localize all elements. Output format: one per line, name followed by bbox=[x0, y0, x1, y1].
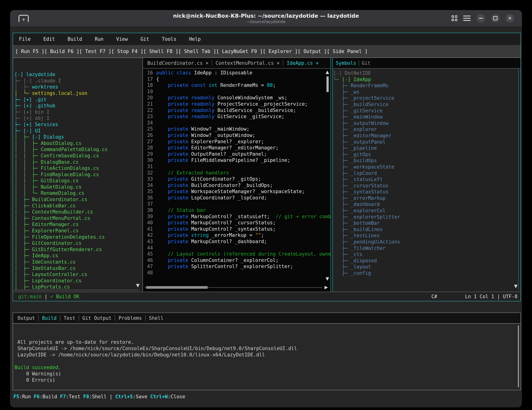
tree-row[interactable]: │ │ ├─ AboutDialog.cs bbox=[15, 140, 142, 147]
code-line[interactable]: 35 private WorkspaceStateManager? _works… bbox=[143, 189, 331, 195]
symbol-row[interactable]: ├─ _cts bbox=[333, 251, 521, 258]
symbol-row[interactable]: ├─ _explorerSplitter bbox=[333, 214, 521, 220]
tree-row[interactable]: ├─ [+] obj I bbox=[15, 115, 142, 122]
toolbar-explorer[interactable]: [ Explorer ] bbox=[263, 48, 298, 54]
tree-row[interactable]: │ ├─ worktrees bbox=[15, 84, 142, 90]
tree-row[interactable]: │ ├─ IdeConstants.cs bbox=[15, 259, 142, 265]
code-line[interactable]: 34 private BuildCoordinator? _buildOps; bbox=[143, 182, 331, 189]
tree-row[interactable]: │ │ ├─ GitDialogs.cs bbox=[15, 178, 142, 184]
symbol-row[interactable]: [-] DotNetIDE bbox=[333, 70, 521, 76]
symbol-row[interactable]: ├─ _bottomBar bbox=[333, 220, 521, 226]
tree-row[interactable]: │ ├─ ContextMenuBuilder.cs bbox=[15, 209, 142, 215]
tree-row[interactable]: │ ├─ LspPortals.cs bbox=[15, 284, 142, 290]
output-tab-output[interactable]: Output bbox=[14, 315, 38, 321]
tab-close-icon[interactable]: × bbox=[206, 60, 209, 66]
menu-file[interactable]: File bbox=[19, 36, 31, 42]
code-line[interactable]: 48 bbox=[143, 270, 331, 276]
symbol-row[interactable]: ├─ _pipeline bbox=[333, 145, 521, 152]
code-line[interactable]: 28 private EditorManager? _editorManager… bbox=[143, 145, 331, 151]
tree-row[interactable]: │ ├─ [-] Dialogs bbox=[15, 134, 142, 140]
editor-scroll-right-icon[interactable]: ▶ bbox=[325, 285, 328, 289]
toolbar-build-f6[interactable]: [ Build F6 ] bbox=[45, 48, 79, 54]
tree-row[interactable]: │ ├─ LayoutController.cs bbox=[15, 271, 142, 278]
editor-hscrollbar-thumb[interactable] bbox=[146, 286, 208, 289]
symbol-row[interactable]: ├─ _fileWatcher bbox=[333, 245, 521, 251]
output-tab-git-output[interactable]: Git Output bbox=[79, 315, 115, 321]
symbol-row[interactable]: ├─ _workspaceState bbox=[333, 164, 521, 170]
editor-scroll-down-icon[interactable]: ▼ bbox=[326, 277, 329, 281]
symbol-row[interactable]: └─ [-] IdeApp bbox=[333, 76, 521, 83]
code-line[interactable]: 23 private readonly GitService _gitServi… bbox=[143, 114, 331, 120]
code-line[interactable]: 22 private readonly BuildService _buildS… bbox=[143, 107, 331, 114]
tree-row[interactable]: │ ├─ FileOperationDelegates.cs bbox=[15, 234, 142, 240]
menu-build[interactable]: Build bbox=[67, 36, 82, 42]
side-vscrollbar[interactable] bbox=[518, 69, 519, 290]
tree-row[interactable]: │ ├─ GitDiffGutterRenderer.cs bbox=[15, 247, 142, 253]
code-line[interactable]: 43 private MarkupControl? _dashboard; bbox=[143, 238, 331, 245]
symbol-row[interactable]: ├─ _disposed bbox=[333, 258, 521, 264]
symbol-row[interactable]: ├─ _dashboard bbox=[333, 201, 521, 208]
tree-row[interactable]: │ ├─ LspCoordinator.cs bbox=[15, 278, 142, 284]
tree-row[interactable]: │ │ ├─ FileActionDialogs.cs bbox=[15, 165, 142, 172]
tree-row[interactable]: │ │ ├─ FindReplaceDialog.cs bbox=[15, 172, 142, 178]
tree-row[interactable]: │ │ ├─ CommandPaletteDialog.cs bbox=[15, 146, 142, 153]
minimize-button[interactable] bbox=[476, 14, 485, 22]
tree-row[interactable]: │ └─ settings.local.json bbox=[15, 90, 142, 96]
code-line[interactable]: 17{ bbox=[143, 76, 331, 82]
symbol-row[interactable]: ├─ _ws bbox=[333, 89, 521, 95]
code-area[interactable]: 16public class IdeApp : IDisposable17{18… bbox=[143, 69, 331, 292]
toolbar-run-f5[interactable]: [ Run F5 ] bbox=[15, 48, 45, 54]
symbol-row[interactable]: ├─ _explorerCol bbox=[333, 208, 521, 214]
tree-row[interactable]: [-] lazydotide bbox=[15, 71, 142, 78]
tree-row[interactable]: │ ├─ ExplorerPanel.cs bbox=[15, 228, 142, 234]
symbol-row[interactable]: ├─ _layout bbox=[333, 264, 521, 270]
tree-row[interactable]: │ │ ├─ ConfirmSaveDialog.cs bbox=[15, 153, 142, 159]
toolbar-test-f7[interactable]: [ Test F7 ] bbox=[79, 48, 111, 54]
tree-row[interactable]: ├─ [-] UI bbox=[15, 128, 142, 134]
symbol-row[interactable]: ├─ _outputPanel bbox=[333, 139, 521, 145]
code-line[interactable]: 20 private readonly ConsoleWindowSystem … bbox=[143, 95, 331, 101]
tree-row[interactable]: │ │ ├─ NuGetDialog.cs bbox=[15, 184, 142, 190]
code-line[interactable]: 40 private MarkupControl? _cursorStatus; bbox=[143, 220, 331, 226]
code-line[interactable]: 46 private ColumnContainer? _explorerCol… bbox=[143, 257, 331, 264]
tree-row[interactable]: ├─ [-] .claude I bbox=[15, 78, 142, 84]
code-line[interactable]: 31 bbox=[143, 163, 331, 170]
toolbar-stop-f4[interactable]: [ Stop F4 ] bbox=[111, 48, 143, 54]
symbol-row[interactable]: ├─ _pendingUiActions bbox=[333, 239, 521, 245]
code-line[interactable]: 38 // Status bar bbox=[143, 207, 331, 214]
menu-run[interactable]: Run bbox=[95, 36, 104, 42]
code-line[interactable]: 36 private LspCoordinator? _lspCoord; bbox=[143, 195, 331, 201]
symbol-row[interactable]: ├─ _buildOps bbox=[333, 158, 521, 164]
tree-hscrollbar[interactable] bbox=[14, 290, 140, 290]
code-line[interactable]: 19 bbox=[143, 88, 331, 95]
symbol-row[interactable]: ├─ _projectService bbox=[333, 95, 521, 101]
editor-tab-buildcoordinator-cs[interactable]: BuildCoordinator.cs × bbox=[144, 60, 212, 66]
tree-row[interactable]: ├─ [+] .git bbox=[15, 96, 142, 103]
code-line[interactable]: 41 private MarkupControl? _syntaxStatus; bbox=[143, 226, 331, 232]
symbol-row[interactable]: ├─ _mainWindow bbox=[333, 114, 521, 120]
symbol-row[interactable]: ├─ _config bbox=[333, 270, 521, 277]
side-tab-git[interactable]: Git bbox=[359, 60, 373, 66]
toolbar-shell-f8[interactable]: [ Shell F8 ] bbox=[143, 48, 178, 54]
toolbar-lazynuget-f9[interactable]: [ LazyNuGet F9 ] bbox=[216, 48, 263, 54]
toolbar-output[interactable]: [ Output ] bbox=[298, 48, 327, 54]
panel-splitter[interactable] bbox=[331, 58, 333, 292]
symbol-row[interactable]: ├─ _editorManager bbox=[333, 133, 521, 139]
tree-row[interactable]: ├─ [+] .github bbox=[15, 103, 142, 109]
editor-tab-ideapp-cs[interactable]: IdeApp.cs × bbox=[283, 60, 322, 66]
menu-tools[interactable]: Tools bbox=[162, 36, 176, 42]
tab-close-icon[interactable]: × bbox=[316, 60, 319, 66]
code-line[interactable]: 39 private MarkupControl? _statusLeft; /… bbox=[143, 214, 331, 220]
symbol-row[interactable]: ├─ _explorer bbox=[333, 126, 521, 133]
symbol-row[interactable]: ├─ _gitService bbox=[333, 108, 521, 114]
code-line[interactable]: 18 private const int RenderFrameMs = 80; bbox=[143, 82, 331, 88]
output-tab-shell[interactable]: Shell bbox=[145, 315, 167, 321]
code-line[interactable]: 26 private Window? _outputWindow; bbox=[143, 132, 331, 139]
tree-row[interactable]: │ ├─ ContextMenuPortal.cs bbox=[15, 215, 142, 221]
menu-git[interactable]: Git bbox=[141, 36, 149, 42]
menu-help[interactable]: Help bbox=[189, 36, 201, 42]
tree-row[interactable]: │ ├─ IdeStatusBar.cs bbox=[15, 265, 142, 272]
code-line[interactable]: 44 bbox=[143, 245, 331, 251]
output-tab-problems[interactable]: Problems bbox=[115, 315, 145, 321]
tree-row[interactable]: │ ├─ IdeApp.cs bbox=[15, 253, 142, 259]
